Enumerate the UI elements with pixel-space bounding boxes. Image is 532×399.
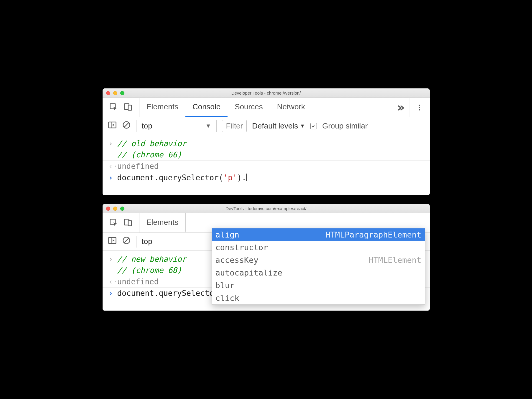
group-similar-label: Group similar [322, 121, 368, 131]
zoom-icon[interactable] [120, 91, 124, 95]
svg-rect-14 [108, 238, 116, 243]
console-body: › // old behavior // (chrome 66) ‹· unde… [103, 135, 430, 195]
code: ). [237, 173, 246, 182]
inspect-tools [103, 213, 139, 233]
console-sidebar-toggle-icon[interactable] [108, 236, 117, 247]
console-prompt-row[interactable]: › document.querySelector('p'). [103, 172, 430, 183]
inspect-element-icon[interactable] [109, 103, 118, 113]
svg-rect-13 [128, 220, 131, 226]
input-chevron-icon: › [108, 139, 117, 148]
console-result: undefined [117, 162, 424, 171]
tab-sources[interactable]: Sources [228, 98, 270, 117]
devtools-window-1: Developer Tools - chrome://version/ Elem… [103, 88, 430, 195]
svg-point-5 [419, 109, 420, 110]
context-label: top [142, 121, 152, 131]
toggle-device-icon[interactable] [124, 103, 133, 113]
code-string: 'p' [223, 173, 237, 182]
autocomplete-item[interactable]: constructor [212, 241, 425, 254]
context-selector[interactable]: top ▼ [142, 121, 211, 131]
prompt-chevron-icon: › [108, 289, 117, 298]
svg-point-4 [419, 107, 420, 108]
clear-console-icon[interactable] [122, 121, 131, 131]
separator [136, 120, 136, 132]
svg-rect-6 [108, 122, 116, 128]
prompt-chevron-icon: › [108, 173, 117, 182]
titlebar: Developer Tools - chrome://version/ [103, 88, 430, 98]
toggle-device-icon[interactable] [124, 218, 133, 228]
separator [136, 236, 136, 248]
autocomplete-hint: HTMLElement [369, 255, 421, 265]
input-chevron-icon: › [108, 255, 117, 263]
console-sidebar-toggle-icon[interactable] [108, 121, 117, 131]
context-selector[interactable]: top [142, 237, 152, 246]
autocomplete-label: align [215, 230, 239, 239]
svg-point-3 [419, 105, 420, 106]
filter-input[interactable]: Filter [222, 120, 247, 132]
comment: // (chrome 66) [117, 150, 182, 159]
separator [216, 120, 217, 132]
traffic-lights [106, 207, 124, 211]
traffic-lights [106, 91, 124, 95]
close-icon[interactable] [106, 207, 110, 211]
window-title: Developer Tools - chrome://version/ [231, 90, 301, 95]
minimize-icon[interactable] [113, 207, 117, 211]
autocomplete-item[interactable]: align HTMLParagraphElement [212, 228, 425, 241]
log-levels-selector[interactable]: Default levels ▼ [252, 121, 305, 131]
inspect-tools [103, 98, 139, 117]
autocomplete-label: autocapitalize [215, 268, 283, 277]
console-prompt[interactable]: document.querySelector('p'). [117, 173, 424, 182]
code: document.querySelector( [117, 173, 223, 182]
console-entry: // (chrome 66) [117, 150, 424, 159]
autocomplete-hint: HTMLParagraphElement [325, 230, 421, 239]
panel-tabs: Elements Console Sources Network [139, 98, 391, 117]
tab-elements[interactable]: Elements [139, 98, 185, 117]
tabbar: Elements Console Sources Network [103, 98, 430, 117]
code: document.querySelector( [117, 289, 223, 298]
titlebar: DevTools - todomvc.com/examples/react/ [103, 204, 430, 213]
autocomplete-popup: align HTMLParagraphElement constructor a… [212, 228, 425, 305]
svg-line-10 [124, 123, 129, 127]
zoom-icon[interactable] [120, 207, 124, 211]
autocomplete-item[interactable]: autocapitalize [212, 266, 425, 279]
comment: // old behavior [117, 139, 187, 148]
tabs-overflow-icon[interactable] [391, 98, 409, 117]
autocomplete-label: constructor [215, 243, 268, 252]
comment: // new behavior [117, 255, 187, 263]
group-similar-checkbox[interactable]: ✓ [310, 123, 317, 129]
levels-label: Default levels [252, 121, 298, 131]
context-label: top [142, 237, 152, 246]
output-chevron-icon: ‹· [108, 162, 117, 171]
kebab-menu-icon[interactable] [409, 98, 430, 117]
minimize-icon[interactable] [113, 91, 117, 95]
console-output-row: ‹· undefined [103, 161, 430, 172]
chevron-down-icon: ▼ [205, 123, 211, 129]
devtools-window-2: DevTools - todomvc.com/examples/react/ E… [103, 204, 430, 311]
svg-marker-8 [113, 124, 114, 126]
autocomplete-item[interactable]: blur [212, 279, 425, 292]
console-entry: // old behavior [117, 139, 424, 148]
tab-console[interactable]: Console [185, 98, 228, 117]
svg-rect-2 [128, 105, 131, 110]
autocomplete-item[interactable]: click [212, 292, 425, 304]
console-toolbar: top ▼ Filter Default levels ▼ ✓ Group si… [103, 117, 430, 135]
tab-network[interactable]: Network [270, 98, 312, 117]
autocomplete-label: accessKey [215, 255, 258, 265]
close-icon[interactable] [106, 91, 110, 95]
console-body: align HTMLParagraphElement constructor a… [103, 250, 430, 311]
autocomplete-item[interactable]: accessKey HTMLElement [212, 254, 425, 266]
svg-marker-16 [113, 239, 114, 242]
autocomplete-label: blur [215, 281, 235, 290]
svg-line-18 [124, 238, 129, 243]
window-title: DevTools - todomvc.com/examples/react/ [225, 206, 306, 211]
autocomplete-label: click [215, 294, 239, 303]
comment: // (chrome 68) [117, 266, 182, 275]
console-input-row: › // old behavior [103, 138, 430, 149]
clear-console-icon[interactable] [122, 236, 131, 247]
chevron-down-icon: ▼ [300, 123, 305, 129]
console-input-row: // (chrome 66) [103, 149, 430, 161]
output-chevron-icon: ‹· [108, 277, 117, 286]
text-cursor [246, 174, 247, 181]
inspect-element-icon[interactable] [109, 218, 118, 228]
tab-elements[interactable]: Elements [139, 213, 186, 233]
